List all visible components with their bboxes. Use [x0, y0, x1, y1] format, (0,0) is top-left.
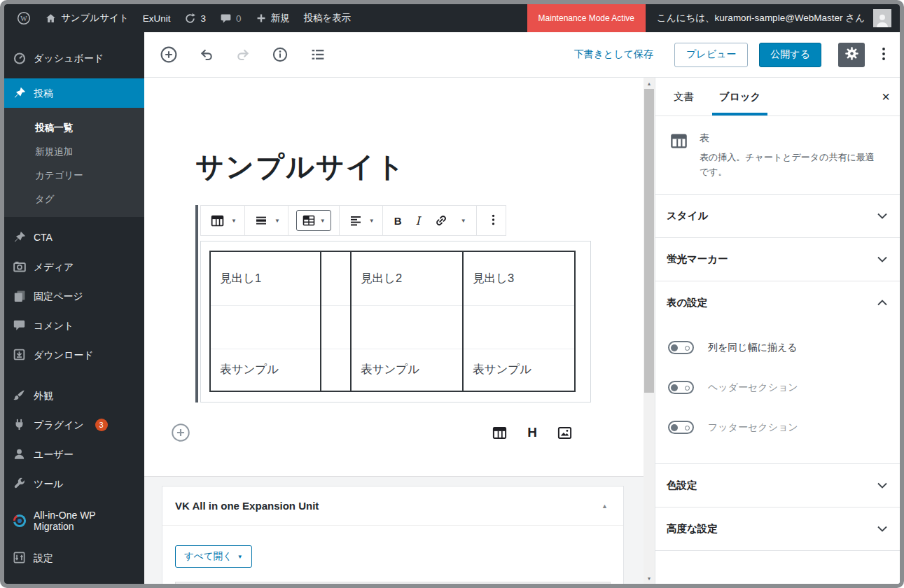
collapse-triangle-icon[interactable]: ▲: [601, 503, 608, 510]
tab-document[interactable]: 文書: [661, 78, 707, 115]
comment-bubble-icon: [220, 13, 232, 24]
post-title-field[interactable]: サンプルサイト: [195, 148, 591, 186]
more-tools-kebab-button[interactable]: [879, 43, 889, 66]
comments-menu[interactable]: 0: [213, 4, 249, 32]
insert-table-shortcut-button[interactable]: [490, 424, 509, 442]
sidebar-item-settings[interactable]: 設定: [4, 543, 144, 573]
exunit-menu[interactable]: ExUnit: [136, 4, 178, 32]
gear-icon: [844, 46, 859, 63]
new-content-menu[interactable]: 新規: [249, 4, 297, 32]
site-name: サンプルサイト: [61, 12, 129, 24]
settings-gear-button[interactable]: [838, 43, 865, 67]
sidebar-item-users[interactable]: ユーザー: [4, 440, 144, 469]
table-cell[interactable]: [351, 305, 463, 349]
plus-icon: [256, 13, 267, 24]
panel-highlight-marker[interactable]: 蛍光マーカー: [655, 238, 900, 281]
preview-button[interactable]: プレビュー: [674, 43, 748, 67]
table-cell[interactable]: 表サンプル: [351, 349, 463, 391]
panel-color-settings[interactable]: 色設定: [655, 464, 900, 507]
panel-advanced-settings[interactable]: 高度な設定: [655, 507, 900, 551]
save-draft-button[interactable]: 下書きとして保存: [574, 48, 653, 61]
link-button[interactable]: [433, 212, 450, 229]
sidebar-item-cta[interactable]: CTA: [4, 223, 144, 252]
fixed-width-toggle[interactable]: [668, 341, 694, 354]
account-menu[interactable]: こんにちは、kuramori-sample@WebMaster さん: [646, 12, 873, 24]
sidebar-item-ai1wm[interactable]: All-in-One WP Migration: [4, 498, 144, 543]
submenu-item-tags[interactable]: タグ: [4, 188, 144, 211]
table-cell[interactable]: 見出し2: [351, 251, 463, 305]
comment-count: 0: [236, 13, 242, 24]
chevron-down-icon[interactable]: ▼: [274, 218, 280, 224]
fixed-width-toggle-row: 列を同じ幅に揃える: [668, 337, 889, 358]
footer-section-toggle[interactable]: [668, 421, 694, 434]
table-block-type-button[interactable]: [209, 212, 226, 230]
block-options-kebab-button[interactable]: [489, 211, 498, 231]
vk-exunit-metabox: VK All in one Expansion Unit ▲ すべて開く ▼: [162, 486, 624, 584]
site-menu[interactable]: サンプルサイト: [38, 4, 136, 32]
table-cell[interactable]: [321, 305, 351, 349]
metabox-section-strip[interactable]: [175, 582, 611, 584]
submenu-item-all-posts[interactable]: 投稿一覧: [4, 116, 144, 140]
submenu-item-categories[interactable]: カテゴリー: [4, 164, 144, 188]
undo-button[interactable]: [197, 46, 216, 64]
canvas-scrollbar[interactable]: ▲ ▼: [644, 78, 655, 584]
block-card-title: 表: [700, 132, 882, 145]
italic-button[interactable]: I: [415, 213, 422, 229]
metabox-title: VK All in one Expansion Unit: [175, 500, 319, 512]
sidebar-item-dashboard[interactable]: ダッシュボード: [4, 43, 144, 73]
chevron-down-icon: [877, 213, 887, 219]
header-section-toggle[interactable]: [668, 381, 694, 394]
table-cell[interactable]: [321, 251, 351, 305]
tab-block[interactable]: ブロック: [707, 78, 773, 115]
table-block-icon: [669, 132, 688, 180]
sample-table: 見出し1 見出し2 見出し3: [209, 251, 576, 392]
content-structure-button[interactable]: [270, 45, 290, 64]
table-cell[interactable]: 表サンプル: [210, 349, 321, 391]
chevron-down-icon[interactable]: ▼: [231, 218, 237, 224]
updates-menu[interactable]: 3: [177, 4, 213, 32]
comments-icon: [13, 318, 27, 332]
sidebar-item-tools[interactable]: ツール: [4, 469, 144, 498]
panel-style[interactable]: スタイル: [655, 195, 900, 238]
insert-image-shortcut-button[interactable]: [555, 424, 574, 442]
metabox-header[interactable]: VK All in one Expansion Unit ▲: [162, 486, 623, 526]
scroll-down-arrow[interactable]: ▼: [644, 573, 655, 584]
panel-table-settings-header[interactable]: 表の設定: [655, 281, 900, 325]
block-inserter-button[interactable]: [158, 44, 179, 65]
wordpress-logo-menu[interactable]: W: [10, 4, 38, 32]
sidebar-item-comments[interactable]: コメント: [4, 311, 144, 340]
sidebar-item-appearance[interactable]: 外観: [4, 381, 144, 410]
block-toolbar: ▼ ▼: [200, 205, 506, 236]
sidebar-item-posts[interactable]: 投稿: [4, 78, 144, 108]
block-alignment-button[interactable]: [253, 212, 270, 229]
insert-heading-shortcut-button[interactable]: H: [526, 424, 538, 442]
view-post-link[interactable]: 投稿を表示: [297, 4, 359, 32]
redo-button[interactable]: [234, 46, 252, 64]
submenu-item-add-new[interactable]: 新規追加: [4, 140, 144, 164]
scroll-up-arrow[interactable]: ▲: [644, 78, 655, 89]
sidebar-item-downloads[interactable]: ダウンロード: [4, 340, 144, 370]
sidebar-item-plugins[interactable]: プラグイン 3: [4, 410, 144, 440]
publish-button[interactable]: 公開する: [759, 43, 821, 67]
table-cell[interactable]: 見出し1: [210, 251, 321, 305]
edit-table-button[interactable]: ▼: [296, 210, 331, 231]
block-navigation-button[interactable]: [308, 45, 328, 64]
bold-button[interactable]: B: [393, 214, 403, 228]
table-cell[interactable]: [210, 305, 321, 349]
wrench-icon: [13, 477, 27, 491]
table-cell[interactable]: [321, 349, 351, 391]
chevron-down-icon[interactable]: ▼: [369, 218, 375, 224]
inspector-tabs: 文書 ブロック ×: [655, 78, 900, 116]
open-all-button[interactable]: すべて開く ▼: [175, 545, 252, 568]
more-formatting-chevron-icon[interactable]: ▼: [461, 218, 466, 224]
table-cell[interactable]: 見出し3: [463, 251, 575, 305]
add-block-button[interactable]: [169, 421, 192, 444]
sidebar-item-media[interactable]: メディア: [4, 252, 144, 281]
sidebar-item-pages[interactable]: 固定ページ: [4, 281, 144, 311]
close-sidebar-button[interactable]: ×: [882, 90, 890, 104]
table-cell[interactable]: [463, 305, 575, 349]
scrollbar-thumb[interactable]: [644, 89, 654, 393]
text-align-button[interactable]: [347, 212, 364, 229]
table-cell[interactable]: 表サンプル: [463, 349, 575, 391]
avatar[interactable]: [873, 9, 891, 27]
